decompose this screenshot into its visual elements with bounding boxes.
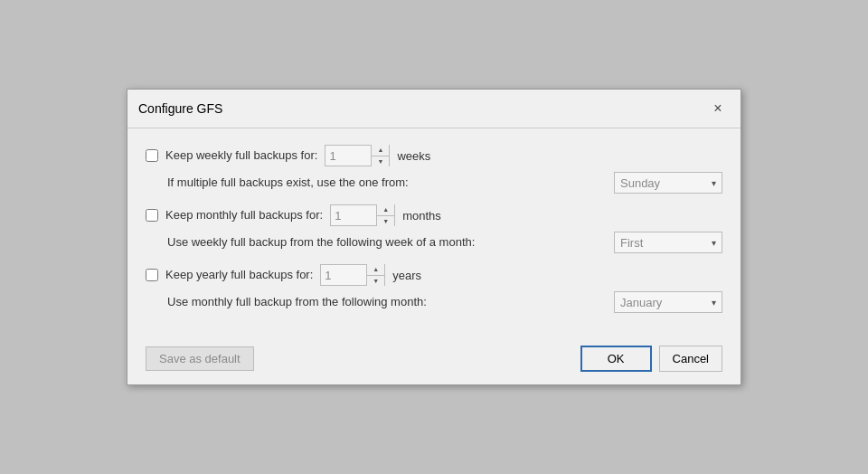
yearly-main-row: Keep yearly full backups for: ▲ ▼ years (146, 264, 722, 286)
weekly-spinner-input[interactable] (326, 147, 371, 165)
monthly-section: Keep monthly full backups for: ▲ ▼ month… (146, 204, 722, 253)
monthly-dropdown-value: First (620, 236, 643, 250)
monthly-main-label: Keep monthly full backups for: (165, 208, 323, 223)
yearly-spinner-input[interactable] (321, 267, 366, 284)
monthly-sub-label: Use weekly full backup from the followin… (167, 235, 607, 251)
yearly-spin-down[interactable]: ▼ (367, 276, 384, 287)
monthly-spinner[interactable]: ▲ ▼ (330, 204, 395, 226)
weekly-dropdown-value: Sunday (620, 176, 660, 190)
weekly-main-row: Keep weekly full backups for: ▲ ▼ weeks (146, 145, 722, 166)
yearly-spinner[interactable]: ▲ ▼ (320, 264, 385, 286)
cancel-button[interactable]: Cancel (659, 346, 722, 372)
weekly-spinner[interactable]: ▲ ▼ (325, 145, 390, 166)
yearly-sub-row: Use monthly full backup from the followi… (167, 291, 722, 313)
weekly-unit-label: weeks (397, 149, 430, 163)
weekly-spinner-buttons: ▲ ▼ (371, 145, 389, 166)
monthly-unit-label: months (402, 209, 441, 223)
yearly-dropdown-arrow-icon: ▾ (712, 298, 716, 308)
weekly-checkbox[interactable] (146, 149, 158, 162)
yearly-spinner-buttons: ▲ ▼ (366, 264, 384, 286)
close-button[interactable]: × (706, 97, 730, 120)
yearly-month-dropdown[interactable]: January ▾ (614, 291, 722, 313)
monthly-spinner-input[interactable] (331, 207, 376, 224)
yearly-spin-up[interactable]: ▲ (367, 264, 384, 276)
yearly-unit-label: years (392, 269, 421, 282)
monthly-spin-up[interactable]: ▲ (377, 204, 394, 216)
title-bar: Configure GFS × (127, 90, 741, 128)
configure-gfs-dialog: Configure GFS × Keep weekly full backups… (127, 89, 741, 385)
weekly-spin-up[interactable]: ▲ (372, 145, 389, 156)
yearly-checkbox[interactable] (146, 269, 158, 281)
monthly-week-dropdown[interactable]: First ▾ (614, 232, 722, 253)
monthly-dropdown-arrow-icon: ▾ (712, 238, 716, 248)
weekly-spin-down[interactable]: ▼ (372, 156, 389, 167)
yearly-dropdown-value: January (620, 296, 662, 309)
monthly-checkbox[interactable] (146, 209, 158, 222)
yearly-sub-label: Use monthly full backup from the followi… (167, 295, 607, 310)
dialog-content: Keep weekly full backups for: ▲ ▼ weeks … (127, 128, 741, 337)
weekly-dropdown-arrow-icon: ▾ (712, 178, 716, 188)
ok-button[interactable]: OK (580, 346, 652, 372)
monthly-spin-down[interactable]: ▼ (377, 216, 394, 227)
weekly-main-label: Keep weekly full backups for: (165, 148, 317, 164)
save-default-button[interactable]: Save as default (146, 346, 254, 371)
weekly-section: Keep weekly full backups for: ▲ ▼ weeks … (146, 145, 722, 194)
yearly-section: Keep yearly full backups for: ▲ ▼ years … (146, 264, 722, 313)
monthly-spinner-buttons: ▲ ▼ (376, 204, 394, 226)
dialog-footer: Save as default OK Cancel (127, 337, 741, 384)
footer-button-group: OK Cancel (580, 346, 722, 372)
weekly-sub-label: If multiple full backups exist, use the … (167, 175, 607, 191)
weekly-sub-row: If multiple full backups exist, use the … (167, 172, 722, 194)
yearly-main-label: Keep yearly full backups for: (165, 268, 313, 283)
monthly-sub-row: Use weekly full backup from the followin… (167, 232, 722, 253)
monthly-main-row: Keep monthly full backups for: ▲ ▼ month… (146, 204, 722, 226)
dialog-title: Configure GFS (138, 101, 222, 116)
weekly-day-dropdown[interactable]: Sunday ▾ (614, 172, 722, 194)
